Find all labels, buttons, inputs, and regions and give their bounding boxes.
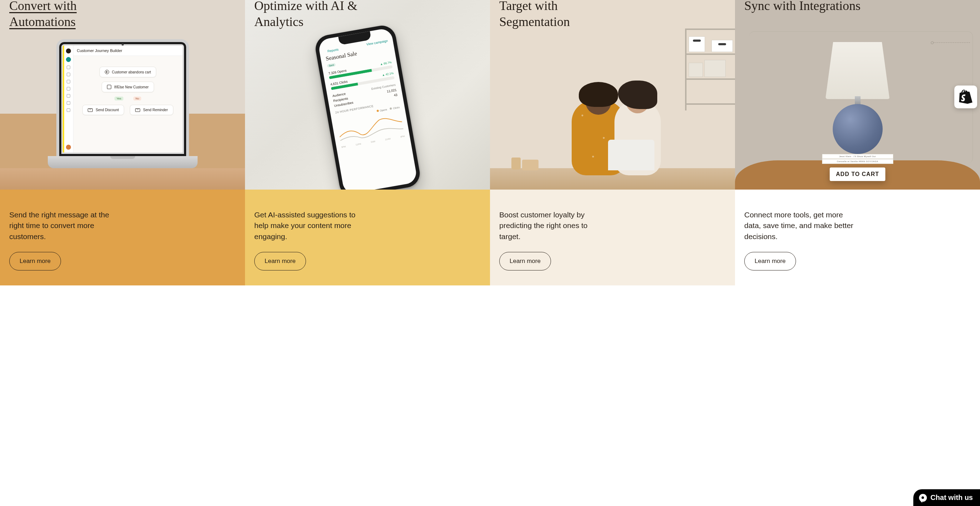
phone-screen: Reports View campaign Seasonal Sale Sent… <box>317 27 418 190</box>
feature-card-analytics: Optimize with AI & Analytics Reports Vie… <box>245 0 490 286</box>
feature-card-bottom: Connect more tools, get more data, save … <box>735 190 980 286</box>
sidebar-icon <box>67 80 70 83</box>
feature-card-integrations: Sync with Integrations Jessi Klein · I'l… <box>735 0 980 286</box>
feature-card-bottom: Boost customer loyalty by predicting the… <box>490 190 735 286</box>
shopify-integration-icon <box>955 86 977 108</box>
phone-frame: Reports View campaign Seasonal Sale Sent… <box>313 24 422 190</box>
yes-no-chips: Yes No <box>115 97 141 100</box>
journey-node-start-label: Customer abandons cart <box>112 70 151 74</box>
book-spine: Jessi Klein · I'll Show Myself Out <box>822 154 893 159</box>
laptop-illustration: Customer Journey Builder Customer abando… <box>0 39 245 190</box>
laptop-icon <box>608 140 654 170</box>
journey-node-send-reminder: Send Reminder <box>130 105 173 115</box>
feature-card-top: Target with Segmentation <box>490 0 735 190</box>
desk-surface <box>0 168 245 190</box>
sidebar-icon-active <box>66 57 71 62</box>
feature-description-segmentation: Boost customer loyalty by predicting the… <box>499 209 610 242</box>
laptop-base <box>48 156 197 168</box>
sidebar-icon <box>67 101 70 105</box>
feature-card-top: Sync with Integrations Jessi Klein · I'l… <box>735 0 980 190</box>
desk-tray-icon <box>522 160 538 170</box>
feature-description-analytics: Get AI-assisted suggestions to help make… <box>254 209 365 242</box>
journey-node-right-label: Send Reminder <box>143 108 168 112</box>
journey-node-send-discount: Send Discount <box>83 105 124 115</box>
sidebar-icon <box>67 108 70 112</box>
lamp-shade-icon <box>826 42 890 99</box>
mail-icon <box>135 108 140 112</box>
status-badge: Sent <box>327 63 336 68</box>
storage-box-icon <box>711 40 733 52</box>
book-stack-icon: Jessi Klein · I'll Show Myself Out Canne… <box>822 154 893 164</box>
sidebar-icon <box>67 73 70 76</box>
chat-with-us-button[interactable]: Chat with us <box>913 489 980 506</box>
phone-illustration: Reports View campaign Seasonal Sale Sent… <box>313 24 422 190</box>
reports-link: Reports <box>324 48 339 54</box>
chat-bubble-icon <box>919 494 927 502</box>
integrations-illustration: Jessi Klein · I'll Show Myself Out Canne… <box>735 0 980 190</box>
feature-title-segmentation[interactable]: Target with Segmentation <box>499 0 617 30</box>
journey-node-condition: If/Else New Customer <box>102 82 154 92</box>
unsubs-value: 43 <box>393 93 398 97</box>
learn-more-button-analytics[interactable]: Learn more <box>254 252 306 270</box>
sidebar-icon <box>67 65 70 69</box>
feature-card-segmentation: Target with Segmentation Boost customer … <box>490 0 735 286</box>
journey-sidebar <box>64 46 73 152</box>
feature-title-automations[interactable]: Convert with Automations <box>9 0 127 30</box>
feature-card-bottom: Get AI-assisted suggestions to help make… <box>245 190 490 286</box>
anchor-handle-icon <box>931 41 934 44</box>
journey-node-condition-label: If/Else New Customer <box>114 85 149 89</box>
segmentation-illustration <box>490 29 735 190</box>
mailchimp-logo-icon <box>66 48 71 54</box>
play-icon <box>105 70 109 74</box>
feature-description-integrations: Connect more tools, get more data, save … <box>744 209 855 242</box>
feature-grid: Convert with Automations <box>0 0 980 286</box>
mail-icon <box>88 108 93 112</box>
add-to-cart-button[interactable]: ADD TO CART <box>829 168 886 181</box>
sidebar-icon <box>67 87 70 90</box>
book-spine: Cannelle et Vanille ARAN GOYOAGA <box>822 159 893 164</box>
journey-app-title: Customer Journey Builder <box>73 46 183 56</box>
chip-no: No <box>134 97 141 100</box>
pencil-cup-icon <box>511 157 521 170</box>
learn-more-button-segmentation[interactable]: Learn more <box>499 252 551 270</box>
lamp-base-icon <box>833 104 883 154</box>
learn-more-button-integrations[interactable]: Learn more <box>744 252 796 270</box>
journey-node-left-label: Send Discount <box>95 108 119 112</box>
feature-card-bottom: Send the right message at the right time… <box>0 190 245 286</box>
feature-card-automations: Convert with Automations <box>0 0 245 286</box>
feature-card-top: Optimize with AI & Analytics Reports Vie… <box>245 0 490 190</box>
feature-description-automations: Send the right message at the right time… <box>9 209 120 242</box>
feature-title-integrations[interactable]: Sync with Integrations <box>744 0 862 14</box>
avatar <box>66 145 71 150</box>
journey-node-start: Customer abandons cart <box>100 67 157 77</box>
chat-label: Chat with us <box>931 493 973 502</box>
chip-yes: Yes <box>115 97 123 100</box>
feature-card-top: Convert with Automations <box>0 0 245 190</box>
learn-more-button-automations[interactable]: Learn more <box>9 252 61 270</box>
feature-title-analytics[interactable]: Optimize with AI & Analytics <box>254 0 372 30</box>
journey-panel: Customer Journey Builder Customer abando… <box>73 46 183 152</box>
branch-icon <box>107 85 111 89</box>
laptop-screen: Customer Journey Builder Customer abando… <box>56 39 189 156</box>
sidebar-icon <box>67 94 70 98</box>
storage-box-icon <box>689 36 705 52</box>
recipients-value: 11,021 <box>386 88 396 94</box>
